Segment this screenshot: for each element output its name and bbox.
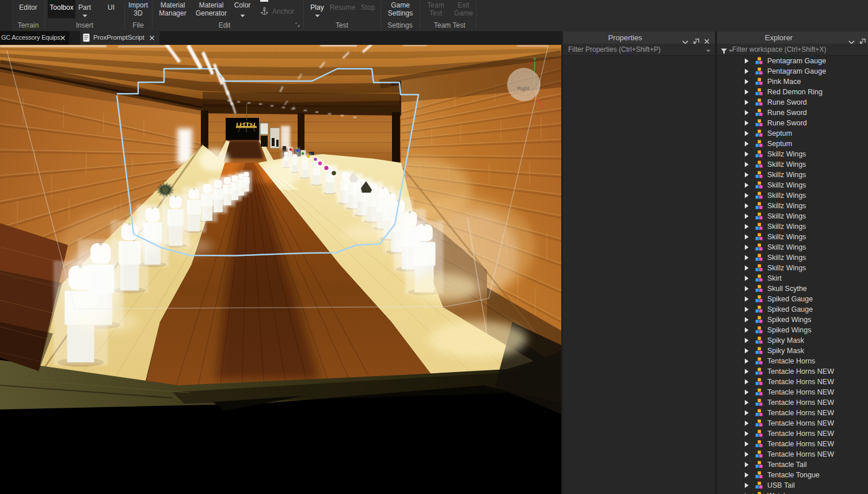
svg-text:Y: Y — [533, 56, 536, 62]
svg-text:Right: Right — [517, 86, 530, 91]
